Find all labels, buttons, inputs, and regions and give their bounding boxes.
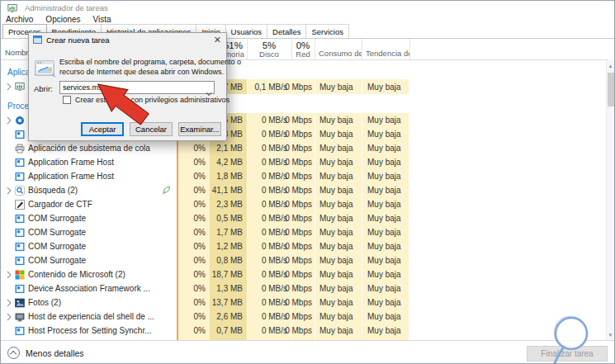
process-row[interactable]: Búsqueda (2)0%41,1 MB0 MB/s0 MbpsMuy baj… [1,183,608,197]
column-header-disco[interactable]: 5%Disco [247,39,291,59]
cell-power: Muy baja [315,267,362,281]
shellhost-icon [15,312,25,322]
cell-power: Muy baja [315,113,362,127]
cell-cpu: 0% [177,253,210,267]
process-name-cell: Application Frame Host [1,155,177,169]
cell-trend: Muy baja [362,239,409,253]
cell-cpu: 0% [177,197,210,211]
expand-chevron-icon[interactable] [5,271,12,279]
column-header-red[interactable]: 0%Red [291,39,315,59]
process-row[interactable]: COM Surrogate0%1,2 MB0 MB/s0 MbpsMuy baj… [1,239,608,253]
cell-trend: Muy baja [362,253,409,267]
search-icon [15,186,25,196]
red-annotation-arrow-icon [92,80,154,128]
tab-detalles[interactable]: Detalles [267,24,306,38]
row-filler [409,113,608,127]
cell-power: Muy baja [315,253,362,267]
cell-power: Muy baja [315,281,362,295]
row-filler [409,155,608,169]
framehost-icon [15,172,25,182]
scroll-up-icon[interactable]: ▲ [607,60,614,71]
menu-bar: ArchivoOpcionesVista [1,15,614,24]
row-filler [409,197,608,211]
vertical-scrollbar[interactable]: ▲ ▼ [606,60,614,340]
cell-cpu: 0% [177,225,210,239]
close-icon[interactable]: ✕ [214,35,221,45]
cell-cpu: 0% [177,155,210,169]
cell-net: 0 Mbps [291,155,315,169]
cell-net: 0 Mbps [291,239,315,253]
row-filler [409,281,608,295]
dialog-message: Escriba el nombre del programa, carpeta,… [59,58,241,77]
expand-chevron-icon[interactable] [5,187,12,195]
process-row[interactable]: Aplicación de subsistema de cola0%2,1 MB… [1,141,608,155]
menu-item-vista[interactable]: Vista [93,15,111,24]
eco-leaf-icon [162,186,171,196]
task-manager-icon [7,3,17,13]
ctf-icon [15,200,25,210]
scroll-down-icon[interactable]: ▼ [607,329,614,340]
cell-trend: Muy baja [362,281,409,295]
cell-power: Muy baja [315,324,362,338]
process-name-cell: Device Association Framework ... [1,281,177,295]
process-name-cell: Cargador de CTF [1,197,177,211]
header-filler [409,39,608,59]
chevron-up-circle-icon [7,347,20,359]
cell-power: Muy baja [315,155,362,169]
process-row[interactable]: COM Surrogate0%0,5 MB0 MB/s0 MbpsMuy baj… [1,211,608,225]
bottom-bar: Menos detalles Finalizar tarea [1,340,614,364]
cell-mem: 4,2 MB [210,155,247,169]
cell-trend: Muy baja [362,310,409,324]
process-row[interactable]: COM Surrogate0%1,7 MB0 MB/s0 MbpsMuy baj… [1,225,608,239]
expand-chevron-icon[interactable] [5,116,12,125]
expand-chevron-icon[interactable] [5,313,12,321]
process-name: Búsqueda (2) [28,186,78,195]
menu-item-opciones[interactable]: Opciones [45,15,80,24]
process-row[interactable]: Cargador de CTF0%2,3 MB0 MB/s0 MbpsMuy b… [1,197,608,211]
cell-net: 0 Mbps [291,267,315,281]
process-row[interactable]: Host Process for Setting Synchr...0%0,7 … [1,324,608,338]
blueapp-icon [15,116,25,125]
expand-chevron-icon[interactable] [5,83,12,91]
row-filler [409,225,608,239]
process-row[interactable]: Contenido de Microsoft (2)0%18,7 MB0 MB/… [1,267,608,281]
process-row[interactable]: Application Frame Host0%4,2 MB0 MB/s0 Mb… [1,155,608,169]
tab-usuarios[interactable]: Usuarios [225,24,268,38]
process-row[interactable]: Application Frame Host0%1,8 MB0 MB/s0 Mb… [1,169,608,183]
menu-item-archivo[interactable]: Archivo [6,15,33,24]
process-row[interactable]: Device Association Framework ...0%1,3 MB… [1,281,608,295]
process-name-cell: Host de experiencia del shell de ... [1,310,177,324]
scrollbar-thumb[interactable] [608,73,614,106]
cell-cpu: 0% [177,141,210,155]
cell-mem: 0,5 MB [210,211,247,225]
process-name-cell: COM Surrogate [1,211,177,225]
column-header-consumo[interactable]: Consumo de ... [315,39,362,59]
cell-net: 0 Mbps [291,197,315,211]
framehost-icon [15,228,25,238]
cell-trend: Muy baja [362,169,409,183]
expand-chevron-icon[interactable] [5,299,12,307]
checkbox-icon[interactable] [63,96,71,104]
process-row[interactable]: Host de experiencia del shell de ...0%2,… [1,310,608,324]
framehost-icon [15,256,25,266]
framehost-icon [15,242,25,252]
tab-servicios[interactable]: Servicios [305,24,349,38]
cell-trend: Muy baja [362,324,409,338]
process-name: Cargador de CTF [28,200,92,209]
cell-mem: 13,7 MB [210,295,247,310]
cell-net: 0 Mbps [291,324,315,338]
cell-mem: 2,1 MB [210,141,247,155]
browse-button[interactable]: Examinar... [178,122,221,136]
framehost-icon [15,326,25,336]
process-name: Application Frame Host [28,158,114,167]
fewer-details-toggle[interactable]: Menos detalles [7,347,84,359]
cell-power: Muy baja [315,79,362,94]
cell-power: Muy baja [315,295,362,310]
cell-net: 0 Mbps [291,253,315,267]
row-filler [409,127,608,141]
process-row[interactable]: Fotos (2)0%13,7 MB0 MB/s0 MbpsMuy bajaMu… [1,295,608,310]
framehost-icon [15,214,25,224]
cell-mem: 2,6 MB [210,310,247,324]
column-header-tendencia[interactable]: Tendencia de ... [362,39,409,59]
process-row[interactable]: COM Surrogate0%0,8 MB0 MB/s0 MbpsMuy baj… [1,253,608,267]
